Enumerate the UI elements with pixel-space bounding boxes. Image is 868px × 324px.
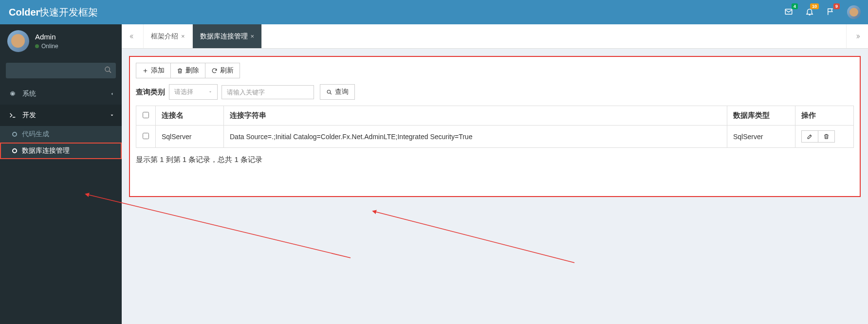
trash-icon [177,68,183,74]
sidebar: Admin Online 系统 [0,24,122,204]
user-status: Online [35,43,58,50]
filter-row: 查询类别 请选择 查询 [136,84,854,100]
cell-dbtype: SqlServer [727,126,795,148]
row-delete-button[interactable] [818,130,835,143]
submenu-item-dbconn: 数据库连接管理 [0,143,122,159]
action-btns [801,130,835,143]
navbar-right: 4 10 9 [784,5,861,19]
terminal-icon [9,111,18,119]
avatar[interactable] [847,5,861,19]
svg-point-3 [327,90,331,93]
btn-label: 查询 [335,88,349,96]
btn-label: 删除 [185,66,199,75]
sidebar-item-label: 开发 [22,111,36,120]
status-dot-icon [35,44,39,48]
refresh-icon [211,68,218,74]
pagination-info: 显示第 1 到第 1 条记录，总共 1 条记录 [136,155,854,164]
content-area: 添加 删除 刷新 查询类别 请选择 [122,49,868,204]
data-table: 连接名 连接字符串 数据库类型 操作 SqlServer Data Source… [136,106,854,148]
submenu-label: 代码生成 [22,130,49,139]
edit-icon [807,133,813,140]
svg-point-1 [105,67,110,72]
chevron-left-icon [110,90,114,98]
circle-icon [12,148,17,153]
header-name: 连接名 [156,106,224,126]
close-icon[interactable]: × [251,33,255,40]
sidebar-item-label: 系统 [22,90,36,98]
search-icon [326,89,332,95]
sidebar-link-dev[interactable]: 开发 [0,105,122,126]
toolbar: 添加 删除 刷新 [136,63,854,78]
btn-label: 添加 [151,66,165,75]
mail-icon[interactable]: 4 [784,7,793,18]
header-dbtype: 数据库类型 [727,106,795,126]
flag-icon[interactable]: 9 [826,7,835,18]
status-text: Online [41,43,58,50]
search-icon[interactable] [104,66,112,75]
query-button[interactable]: 查询 [320,84,355,100]
tabs-prev-button[interactable] [122,24,144,48]
close-icon[interactable]: × [181,33,185,40]
main-panel: 添加 删除 刷新 查询类别 请选择 [129,56,861,197]
header-checkbox-col [136,106,156,126]
cell-name: SqlServer [156,126,224,148]
select-placeholder: 请选择 [174,88,193,96]
plus-icon [142,68,148,74]
header-action: 操作 [795,106,854,126]
user-avatar[interactable] [7,30,29,52]
edit-button[interactable] [801,130,818,143]
navbar: 4 10 9 [122,5,868,19]
filter-label: 查询类别 [136,88,165,97]
row-checkbox[interactable] [143,133,149,139]
user-panel: Admin Online [0,24,122,58]
keyword-input[interactable] [222,85,314,99]
refresh-button[interactable]: 刷新 [205,63,240,78]
header-connstr: 连接字符串 [224,106,727,126]
main-content: 框架介绍 × 数据库连接管理 × 添加 删除 [122,24,868,204]
submenu-link-dbconn[interactable]: 数据库连接管理 [0,143,122,159]
add-button[interactable]: 添加 [136,63,171,78]
mail-badge: 4 [792,3,798,9]
row-checkbox-cell [136,126,156,148]
submenu-label: 数据库连接管理 [22,146,70,155]
table-row: SqlServer Data Source=.;Initial Catalog=… [136,126,854,148]
brand-strong: Colder [9,7,39,18]
select-all-checkbox[interactable] [143,112,149,118]
sidebar-item-system: 系统 [0,83,122,105]
flag-badge: 9 [833,3,840,9]
category-select[interactable]: 请选择 [169,84,218,100]
submenu-item-codegen: 代码生成 [0,126,122,143]
sidebar-item-dev: 开发 代码生成 数据库连接管理 [0,105,122,159]
tab-dbconn[interactable]: 数据库连接管理 × [193,24,262,48]
circle-icon [12,132,17,137]
submenu-link-codegen[interactable]: 代码生成 [0,126,122,143]
user-info: Admin Online [35,33,58,50]
sidebar-link-system[interactable]: 系统 [0,83,122,105]
tab-label: 框架介绍 [151,32,178,41]
sidebar-menu: 系统 开发 代码生成 [0,83,122,159]
submenu-dev: 代码生成 数据库连接管理 [0,126,122,159]
caret-down-icon [208,90,212,94]
tab-label: 数据库连接管理 [200,32,248,41]
brand-rest: 快速开发框架 [39,6,98,19]
username: Admin [35,33,58,41]
bell-icon[interactable]: 10 [805,7,814,18]
search-input[interactable] [6,63,116,78]
delete-button[interactable]: 删除 [171,63,205,78]
table-header-row: 连接名 连接字符串 数据库类型 操作 [136,106,854,126]
sidebar-search [6,63,116,78]
trash-icon [823,133,830,140]
top-header: Colder快速开发框架 4 10 9 [0,0,868,24]
bell-badge: 10 [810,3,819,9]
cell-connstr: Data Source=.;Initial Catalog=Colder.Fx.… [224,126,727,148]
tabs-bar: 框架介绍 × 数据库连接管理 × [122,24,868,49]
tab-intro[interactable]: 框架介绍 × [144,24,193,48]
brand-logo[interactable]: Colder快速开发框架 [0,0,122,24]
gear-icon [9,90,18,98]
tabs-next-button[interactable] [846,24,868,48]
btn-label: 刷新 [220,66,234,75]
cell-actions [795,126,854,148]
chevron-down-icon [110,111,114,119]
